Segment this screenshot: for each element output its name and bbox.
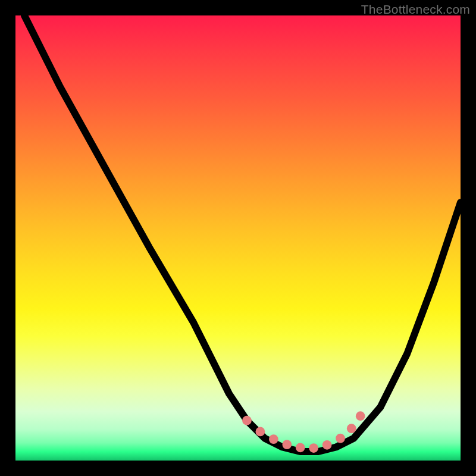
- watermark-text: TheBottleneck.com: [361, 2, 470, 17]
- valley-marker: [347, 424, 356, 433]
- chart-stage: TheBottleneck.com: [0, 0, 476, 476]
- valley-marker: [282, 440, 292, 449]
- valley-marker: [242, 416, 252, 425]
- valley-marker: [296, 443, 305, 452]
- valley-markers: [242, 411, 365, 453]
- bottleneck-curve: [24, 15, 461, 452]
- plot-area: [15, 15, 461, 461]
- valley-marker: [336, 434, 345, 443]
- valley-marker: [256, 427, 265, 437]
- chart-svg: [15, 15, 461, 461]
- valley-marker: [322, 440, 332, 450]
- valley-marker: [356, 411, 365, 421]
- valley-marker: [269, 434, 278, 444]
- valley-marker: [309, 443, 318, 453]
